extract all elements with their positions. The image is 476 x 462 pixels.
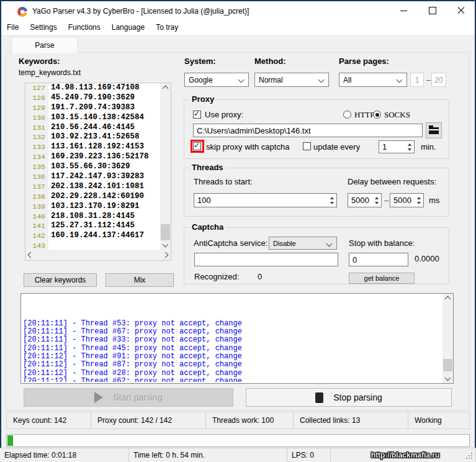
balance-value: 0.0000 [415,254,439,263]
close-button[interactable] [447,1,475,20]
keyword-line[interactable]: 127 14.98.113.169:47108 [25,83,160,93]
delay-from-stepper[interactable]: 5000 [348,193,382,207]
window-title: YaGo Parser v4.3 by CyberBro - [Licensed… [32,7,249,16]
skip-proxy-checkbox[interactable] [193,142,201,150]
method-select[interactable]: Normal [254,73,329,87]
line-text: 103.15.140.138:42584 [48,113,144,123]
tab-parse[interactable]: Parse [11,37,78,53]
resize-grip-icon[interactable] [466,453,474,460]
mix-button[interactable]: Mix [106,273,174,287]
system-select[interactable]: Google [184,73,249,87]
log-vscroll-thumb[interactable] [443,359,452,371]
delay-to-value: 5000 [393,196,411,205]
keyword-line[interactable]: 136 117.242.147.93:39283 [25,172,160,182]
scroll-down-icon[interactable] [442,373,453,383]
keyword-line[interactable]: 130 103.15.140.138:42584 [25,113,160,123]
keyword-line[interactable]: 143 [25,241,160,250]
line-number: 135 [25,162,48,172]
line-text: 210.56.244.46:4145 [48,123,135,133]
use-proxy-label: Use proxy: [205,110,243,119]
start-parsing-button[interactable]: Start parsing [24,388,233,407]
keyword-line[interactable]: 138 202.29.228.142:60190 [25,192,160,202]
site-link[interactable]: http://blackmafia.ru [371,451,440,460]
browse-proxy-button[interactable] [426,122,442,138]
menu-item[interactable]: Settings [24,21,62,34]
keywords-list[interactable]: 127 14.98.113.169:47108 128 45.249.79.19… [25,83,171,261]
page-to-field[interactable]: 20 [431,73,446,87]
stepper-arrows-icon[interactable] [417,197,421,204]
line-number: 141 [25,221,48,231]
keyword-line[interactable]: 139 103.123.170.19:8291 [25,202,160,212]
log-line: [20:11:11] - Thread #45: proxy not accep… [23,345,441,353]
delay-to-stepper[interactable]: 5000 [390,193,424,207]
captcha-group-title: Captcha [189,222,226,232]
update-minutes-stepper[interactable]: 1 [379,140,415,153]
http-radio[interactable] [343,111,351,119]
menu-item[interactable]: Language [106,21,150,34]
keyword-line[interactable]: 129 191.7.209.74:39383 [25,103,160,113]
log-line: [20:11:12] - Thread #28: proxy not accep… [23,369,441,378]
line-number: 133 [25,142,48,152]
title-bar: YaGo Parser v4.3 by CyberBro - [Licensed… [1,1,475,20]
threads-count-stepper[interactable]: 100 [194,193,337,207]
anticaptcha-key-field[interactable] [194,253,338,266]
keyword-line[interactable]: 137 202.138.242.101:1081 [25,182,160,192]
get-balance-button[interactable]: get balance [349,273,415,284]
menu-item[interactable]: File [1,21,24,34]
http-label: HTTP [354,110,375,120]
line-number: 127 [25,83,48,93]
keywords-vscrollbar[interactable] [160,83,171,250]
line-text: 103.55.66.30:3629 [48,162,130,172]
skip-proxy-label: skip proxy with captcha [206,142,289,152]
keywords-vscroll-thumb[interactable] [161,224,170,240]
line-number: 137 [25,182,48,192]
line-text: 169.239.223.136:52178 [48,152,149,162]
keyword-line[interactable]: 141 125.27.31.112:4145 [25,221,160,231]
stepper-arrows-icon[interactable] [375,197,379,204]
line-number: 131 [25,123,48,133]
keywords-label: Keywords: [19,57,60,66]
log-vscrollbar[interactable] [442,294,453,383]
stepper-arrows-icon[interactable] [408,143,411,151]
keyword-line[interactable]: 131 210.56.244.46:4145 [25,123,160,133]
collected-links: Collected links: 13 [294,412,408,428]
menu-item[interactable]: Functions [63,21,106,34]
anticaptcha-service-select[interactable]: Disable [269,237,337,250]
scroll-right-icon[interactable] [160,250,171,260]
line-number: 136 [25,172,48,182]
use-proxy-checkbox[interactable] [193,111,201,119]
scroll-left-icon[interactable] [25,250,36,260]
socks-radio[interactable] [373,111,381,119]
log-output[interactable]: [20:11:11] - Thread #53: proxy not accep… [20,293,454,384]
keyword-line[interactable]: 132 103.92.213.41:52658 [25,132,160,142]
keyword-line[interactable]: 133 113.161.128.192:4153 [25,142,160,152]
stepper-arrows-icon[interactable] [330,197,334,204]
scroll-down-icon[interactable] [160,239,171,250]
proxy-file-field[interactable]: C:\Users\admin\Desktop\146.txt [193,124,423,137]
update-every-checkbox[interactable] [303,142,311,150]
keywords-hscrollbar[interactable] [25,250,171,260]
stop-parsing-label: Stop parsing [333,392,382,402]
minimize-button[interactable] [389,1,418,20]
threads-start-label: Threads to start: [194,177,253,186]
menu-item[interactable]: To tray [150,21,184,34]
lps-value: LPS: 0 [287,448,331,462]
delay-dash: – [384,196,388,205]
stop-balance-field[interactable]: 0 [349,253,408,266]
keyword-line[interactable]: 142 160.19.244.137:44617 [25,231,160,241]
threads-work: Threads work: 100 [206,412,294,428]
keyword-line[interactable]: 128 45.249.79.190:3629 [25,93,160,103]
parse-pages-select[interactable]: All [339,73,407,87]
scroll-up-icon[interactable] [442,294,453,304]
keyword-line[interactable]: 135 103.55.66.30:3629 [25,162,160,172]
clear-keywords-button[interactable]: Clear keywords [24,273,97,287]
page-from-field[interactable]: 1 [410,73,424,87]
keyword-line[interactable]: 140 218.108.31.28:4145 [25,212,160,222]
time-left: Time left: 0 h. 54 min. [129,448,287,462]
keyword-line[interactable]: 134 169.239.223.136:52178 [25,152,160,162]
log-line: [20:11:12] - Thread #62: proxy not accep… [23,378,441,382]
log-line: [20:11:11] - Thread #53: proxy not accep… [23,320,441,328]
maximize-button[interactable] [418,1,447,20]
scroll-up-icon[interactable] [160,83,171,94]
stop-parsing-button[interactable]: Stop parsing [246,388,452,407]
